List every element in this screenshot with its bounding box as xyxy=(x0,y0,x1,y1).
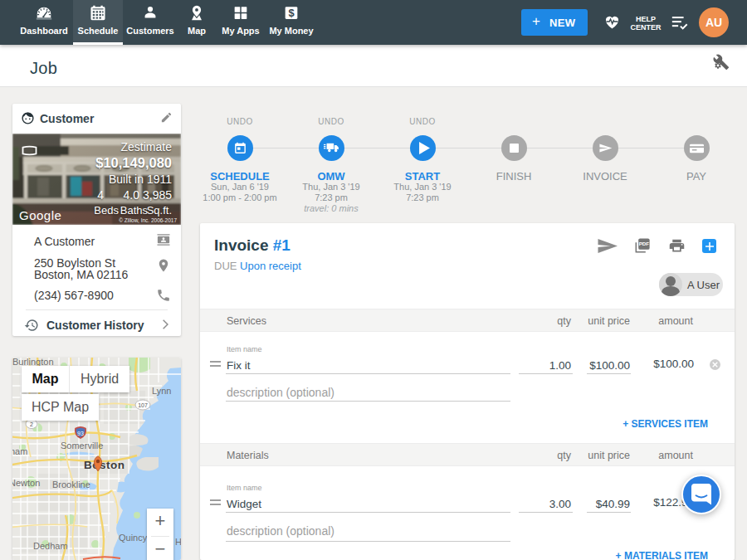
svg-text:PDF: PDF xyxy=(639,241,650,246)
svg-text:ham: ham xyxy=(12,446,27,456)
svg-text:Hi: Hi xyxy=(175,537,181,547)
svg-text:Burlington: Burlington xyxy=(12,358,54,367)
svg-text:Brookline: Brookline xyxy=(52,480,90,489)
svg-text:Newton: Newton xyxy=(12,478,40,488)
svg-text:107: 107 xyxy=(138,402,148,408)
svg-text:$: $ xyxy=(288,7,294,19)
svg-text:Somerville: Somerville xyxy=(61,441,103,450)
svg-text:Lynn: Lynn xyxy=(152,386,171,396)
svg-text:2: 2 xyxy=(30,421,33,427)
svg-text:Dedham: Dedham xyxy=(33,541,68,551)
svg-text:93: 93 xyxy=(77,431,84,436)
svg-text:Boston: Boston xyxy=(84,459,125,471)
svg-text:Quincy: Quincy xyxy=(119,533,148,543)
